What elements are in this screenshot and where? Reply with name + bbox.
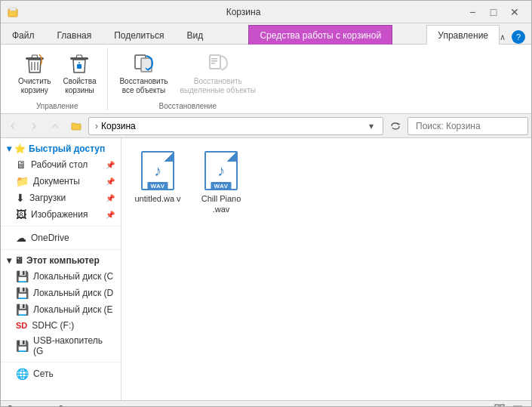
maximize-button[interactable]: □	[483, 1, 504, 23]
file-icon-1: ♪ WAV	[137, 150, 179, 192]
folder-icon-btn	[67, 117, 85, 135]
manage-buttons: Очиститькорзину Свойствакорзины	[13, 48, 101, 99]
sdhc-label: SDHC (F:)	[32, 320, 74, 331]
sidebar-item-network[interactable]: 🌐 Сеть	[1, 365, 121, 382]
restore-buttons: Восстановитьвсе объекты Восстановитьвыде…	[114, 48, 261, 99]
address-bar[interactable]: › Корзина ▾	[88, 117, 383, 135]
quick-access-arrow: ▾	[7, 143, 11, 154]
file-name-1: untitled.wa v	[134, 193, 180, 204]
drive-e-label: Локальный диск (E	[33, 304, 113, 315]
sidebar-item-drive-c[interactable]: 💾 Локальный диск (C	[1, 268, 121, 285]
tab-home[interactable]: Главная	[46, 25, 103, 45]
restore-all-button[interactable]: Восстановитьвсе объекты	[114, 48, 173, 99]
sidebar-item-usb[interactable]: 💾 USB-накопитель (G	[1, 333, 121, 359]
refresh-button[interactable]	[386, 117, 404, 135]
tab-view[interactable]: Вид	[175, 25, 214, 45]
file-item-1[interactable]: ♪ WAV untitled.wa v	[128, 144, 188, 220]
computer-label: Этот компьютер	[26, 255, 100, 266]
ribbon-group-manage: Очиститькорзину Свойствакорзины Управлен…	[7, 48, 108, 110]
restore-selected-icon	[206, 51, 230, 76]
up-button[interactable]	[46, 117, 64, 135]
search-input[interactable]	[416, 121, 529, 131]
tab-file[interactable]: Файл	[1, 25, 46, 45]
ribbon-group-restore: Восстановитьвсе объекты Восстановитьвыде…	[108, 48, 267, 110]
downloads-icon: ⬇	[16, 192, 25, 204]
documents-label: Документы	[33, 176, 80, 187]
quick-access-title: Быстрый доступ	[29, 143, 105, 154]
restore-selected-label: Восстановитьвыделенные объекты	[180, 77, 257, 95]
tab-manage[interactable]: Управление	[426, 25, 500, 45]
downloads-label: Загрузки	[29, 193, 66, 203]
file-item-2[interactable]: ♪ WAV Chill Piano .wav	[191, 144, 251, 220]
quick-access-header[interactable]: ▾ ⭐ Быстрый доступ	[1, 141, 121, 156]
computer-header[interactable]: ▾ 🖥 Этот компьютер	[1, 253, 121, 268]
ribbon-collapse-btn[interactable]: ∧	[500, 32, 506, 42]
empty-recycle-button[interactable]: Очиститькорзину	[13, 48, 57, 99]
details-view-btn[interactable]	[510, 402, 525, 408]
quick-access-section: ▾ ⭐ Быстрый доступ 🖥 Рабочий стол 📌 📁 До…	[1, 141, 121, 223]
ribbon-content: Очиститькорзину Свойствакорзины Управлен…	[1, 45, 531, 114]
ribbon-help-btn[interactable]: ?	[512, 30, 525, 44]
svg-rect-1	[10, 8, 16, 11]
restore-all-icon	[131, 51, 155, 76]
sidebar-item-sdhc[interactable]: SD SDHC (F:)	[1, 318, 121, 333]
statusbar: Элементов: 2	[1, 400, 531, 407]
forward-button[interactable]	[25, 117, 43, 135]
restore-all-label: Восстановитьвсе объекты	[119, 77, 168, 95]
large-icons-view-btn[interactable]	[492, 402, 507, 408]
empty-recycle-icon	[23, 51, 47, 76]
svg-rect-20	[500, 405, 504, 408]
drive-d-label: Локальный диск (D	[33, 288, 113, 298]
sidebar-item-drive-d[interactable]: 💾 Локальный диск (D	[1, 285, 121, 301]
drive-c-label: Локальный диск (C	[33, 271, 113, 282]
tab-share[interactable]: Поделиться	[103, 25, 175, 45]
sidebar-item-downloads[interactable]: ⬇ Загрузки 📌	[1, 190, 121, 206]
recycle-props-label: Свойствакорзины	[63, 77, 97, 95]
sidebar-item-documents[interactable]: 📁 Документы 📌	[1, 173, 121, 190]
sidebar-item-desktop[interactable]: 🖥 Рабочий стол 📌	[1, 156, 121, 173]
svg-rect-11	[210, 55, 220, 69]
onedrive-label: OneDrive	[31, 233, 69, 243]
usb-label: USB-накопитель (G	[33, 335, 115, 356]
network-icon: 🌐	[16, 368, 29, 380]
ribbon-tabs: Файл Главная Поделиться Вид Средства раб…	[1, 23, 531, 45]
desktop-label: Рабочий стол	[31, 159, 88, 170]
address-dropdown[interactable]: ▾	[366, 121, 377, 131]
search-box[interactable]	[407, 117, 528, 135]
network-label: Сеть	[33, 368, 54, 379]
recycle-props-button[interactable]: Свойствакорзины	[58, 48, 102, 99]
computer-arrow: ▾	[7, 255, 11, 266]
svg-rect-13	[211, 60, 217, 62]
computer-icon: 🖥	[14, 255, 23, 266]
minimize-button[interactable]: −	[462, 1, 483, 23]
sdhc-icon: SD	[16, 321, 27, 330]
tab-special[interactable]: Средства работы с корзиной	[248, 25, 392, 45]
restore-selected-button[interactable]: Восстановитьвыделенные объекты	[175, 48, 262, 99]
view-controls	[492, 402, 525, 408]
main-area: ▾ ⭐ Быстрый доступ 🖥 Рабочий стол 📌 📁 До…	[1, 138, 531, 400]
svg-rect-10	[141, 58, 152, 72]
documents-pin: 📌	[106, 177, 115, 186]
file-area: ♪ WAV untitled.wa v ♪ WAV	[121, 138, 531, 400]
restore-group-label: Восстановление	[159, 102, 217, 110]
addressbar: › Корзина ▾	[1, 114, 531, 138]
titlebar-controls: − □ ✕	[462, 1, 525, 23]
svg-rect-14	[211, 63, 215, 64]
back-button[interactable]	[4, 117, 22, 135]
desktop-icon: 🖥	[16, 159, 26, 171]
close-button[interactable]: ✕	[504, 1, 525, 23]
usb-icon: 💾	[16, 340, 29, 352]
quick-access-label: ⭐	[14, 143, 26, 154]
recycle-props-icon	[67, 51, 91, 76]
titlebar-icon-group	[7, 6, 19, 18]
titlebar-title: Корзина	[25, 7, 462, 17]
wav-icon-1: ♪ WAV	[141, 151, 174, 190]
images-label: Изображения	[31, 209, 88, 220]
window-icon	[7, 6, 19, 18]
sidebar-item-onedrive[interactable]: ☁ OneDrive	[1, 230, 121, 246]
titlebar: Корзина − □ ✕	[1, 1, 531, 23]
documents-icon: 📁	[16, 175, 29, 187]
empty-recycle-label: Очиститькорзину	[18, 77, 51, 95]
sidebar-item-images[interactable]: 🖼 Изображения 📌	[1, 206, 121, 223]
sidebar-item-drive-e[interactable]: 💾 Локальный диск (E	[1, 301, 121, 318]
